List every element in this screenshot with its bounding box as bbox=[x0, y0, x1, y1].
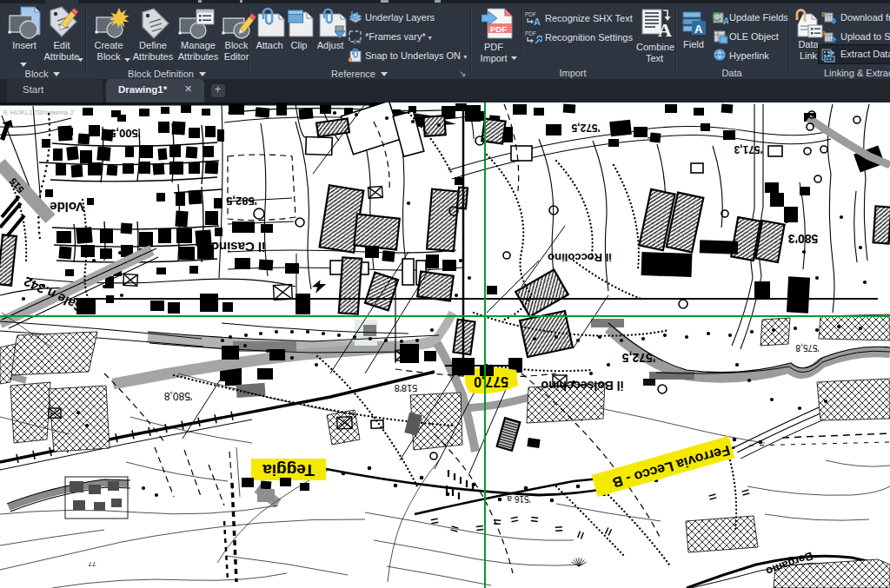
svg-text:77: 77 bbox=[88, 560, 96, 568]
svg-text:A: A bbox=[694, 23, 703, 36]
svg-text:'571,3: '571,3 bbox=[734, 143, 762, 155]
svg-text:'572,5: '572,5 bbox=[622, 351, 656, 365]
svg-text:A: A bbox=[534, 17, 541, 25]
svg-text:'575,8: '575,8 bbox=[795, 343, 819, 353]
svg-text:il Casino: il Casino bbox=[211, 240, 266, 254]
svg-text:PDF: PDF bbox=[525, 30, 536, 36]
svg-text:'516 a: '516 a bbox=[507, 494, 530, 504]
svg-text:577,0: 577,0 bbox=[474, 374, 508, 389]
svg-text:A: A bbox=[658, 19, 672, 40]
svg-text:E HIJKL12Sfrrelwma 2: E HIJKL12Sfrrelwma 2 bbox=[3, 109, 74, 116]
svg-text:A: A bbox=[723, 17, 728, 25]
svg-text:Teggia: Teggia bbox=[262, 461, 315, 479]
svg-text:(x): (x) bbox=[354, 38, 361, 44]
svg-text:il Bolsecchino: il Bolsecchino bbox=[541, 379, 624, 393]
svg-text:'500,5: '500,5 bbox=[110, 127, 141, 140]
svg-text:il Roccolino: il Roccolino bbox=[548, 251, 612, 264]
svg-text:PDF: PDF bbox=[490, 24, 507, 34]
svg-text:518'8: 518'8 bbox=[395, 383, 418, 393]
svg-text:Volde: Volde bbox=[50, 200, 84, 215]
svg-text:'572,5: '572,5 bbox=[571, 122, 600, 134]
svg-text:580'3: 580'3 bbox=[788, 232, 819, 246]
svg-text:'582,5: '582,5 bbox=[226, 195, 257, 208]
svg-text:'580,8: '580,8 bbox=[164, 390, 193, 402]
